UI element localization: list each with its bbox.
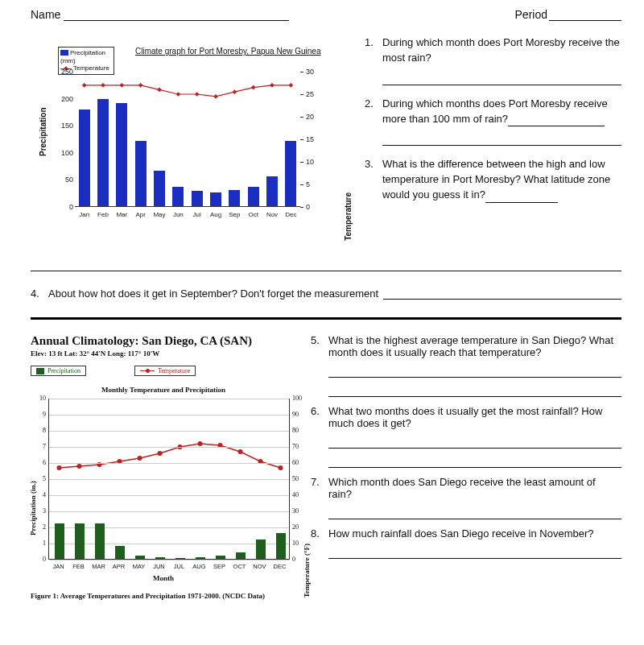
q2-answer-blank[interactable] <box>508 116 605 126</box>
q-number: 6. <box>311 405 328 468</box>
q7-text: Which month does San Diego receive the l… <box>328 476 596 500</box>
q5-answer-blank-2[interactable] <box>328 382 621 397</box>
legend2-precip: Precipitation <box>47 367 80 374</box>
chart2-plot-area: 0123456789100102030405060708090100 <box>48 399 290 560</box>
legend-temp: Temperature <box>73 64 109 72</box>
svg-point-16 <box>138 456 142 461</box>
q-number: 4. <box>31 287 48 300</box>
svg-rect-2 <box>120 83 125 88</box>
q2-answer-blank-2[interactable] <box>382 131 621 146</box>
svg-point-19 <box>198 441 203 446</box>
chart1-plot-area <box>75 72 300 207</box>
q5-answer-blank[interactable] <box>328 363 621 378</box>
chart1-ylabel-right: Temperature <box>344 192 353 241</box>
q5-text: What is the highest average temperature … <box>328 334 613 358</box>
questions-col-2: 5. What is the highest average temperatu… <box>311 334 621 600</box>
question-4: 4. About how hot does it get in Septembe… <box>31 287 621 300</box>
svg-rect-8 <box>233 89 237 94</box>
chart2-xlabel: Month <box>31 574 296 582</box>
q3-answer-blank[interactable] <box>485 192 558 203</box>
name-blank[interactable] <box>64 10 289 21</box>
q6-answer-blank-2[interactable] <box>328 453 621 468</box>
question-7: 7. Which month does San Diego receive th… <box>311 476 621 519</box>
q1-answer-blank[interactable] <box>382 71 621 85</box>
q6-text: What two months does it usually get the … <box>328 405 602 429</box>
svg-rect-3 <box>138 83 143 88</box>
chart2-subtitle: Elev: 13 ft Lat: 32° 44'N Long: 117° 10'… <box>31 349 296 358</box>
chart2-plot-title: Monthly Temperature and Precipitation <box>31 386 296 394</box>
header: Name Period <box>31 8 621 21</box>
chart1-title: Climate graph for Port Moresby, Papua Ne… <box>135 47 320 56</box>
svg-point-23 <box>279 465 283 470</box>
question-3: 3. What is the difference between the hi… <box>365 157 621 203</box>
q8-text: How much rainfall does San Diego receive… <box>328 527 594 540</box>
name-field: Name <box>31 8 312 21</box>
svg-rect-0 <box>82 83 87 88</box>
q-number: 3. <box>365 157 382 203</box>
svg-point-13 <box>77 464 82 469</box>
worksheet-page: Name Period Precipitation (mm) Temperatu… <box>0 0 644 645</box>
chart2-title: Annual Climatology: San Diego, CA (SAN) <box>31 334 296 348</box>
chart1-ylabel-left: Precipitation <box>39 107 47 156</box>
svg-point-12 <box>57 465 62 470</box>
chart-san-diego: Annual Climatology: San Diego, CA (SAN) … <box>31 334 296 600</box>
svg-rect-4 <box>157 88 162 93</box>
name-label: Name <box>31 8 60 21</box>
q-number: 5. <box>311 334 328 397</box>
q7-answer-blank[interactable] <box>328 505 621 519</box>
legend2-temp: Temperature <box>158 367 190 374</box>
svg-point-17 <box>158 451 163 456</box>
section-divider <box>31 317 621 320</box>
svg-rect-7 <box>213 94 218 99</box>
chart-port-moresby: Precipitation (mm) Temperature Climate g… <box>31 35 349 233</box>
q1-text: During which month does Port Moresby rec… <box>382 36 620 64</box>
period-blank[interactable] <box>549 10 621 21</box>
q4-answer-blank[interactable] <box>383 289 621 300</box>
q4-text: About how hot does it get in September? … <box>48 287 378 300</box>
long-blank-1[interactable] <box>31 257 621 271</box>
question-8: 8. How much rainfall does San Diego rece… <box>311 527 621 559</box>
period-field: Period <box>515 8 621 21</box>
svg-rect-5 <box>176 92 181 97</box>
q-number: 1. <box>365 35 382 85</box>
period-label: Period <box>515 8 547 21</box>
question-6: 6. What two months does it usually get t… <box>311 405 621 468</box>
chart2-ylabel-right: Temperature (°F) <box>303 544 311 597</box>
q-number: 8. <box>311 527 328 559</box>
svg-rect-1 <box>101 83 105 88</box>
q-number: 7. <box>311 476 328 519</box>
q-number: 2. <box>365 97 382 147</box>
svg-rect-10 <box>270 83 275 88</box>
question-5: 5. What is the highest average temperatu… <box>311 334 621 397</box>
svg-point-21 <box>238 449 243 454</box>
question-2: 2. During which months does Port Moresby… <box>365 97 621 147</box>
chart2-caption: Figure 1: Average Temperatures and Preci… <box>31 592 296 600</box>
svg-rect-6 <box>195 92 200 97</box>
question-1: 1. During which month does Port Moresby … <box>365 35 621 85</box>
questions-col-1: 1. During which month does Port Moresby … <box>365 35 621 233</box>
chart2-legend: Precipitation Temperature <box>31 366 296 376</box>
q8-answer-blank[interactable] <box>328 544 621 559</box>
svg-rect-11 <box>289 83 294 88</box>
q6-answer-blank[interactable] <box>328 434 621 449</box>
svg-rect-9 <box>251 85 256 90</box>
